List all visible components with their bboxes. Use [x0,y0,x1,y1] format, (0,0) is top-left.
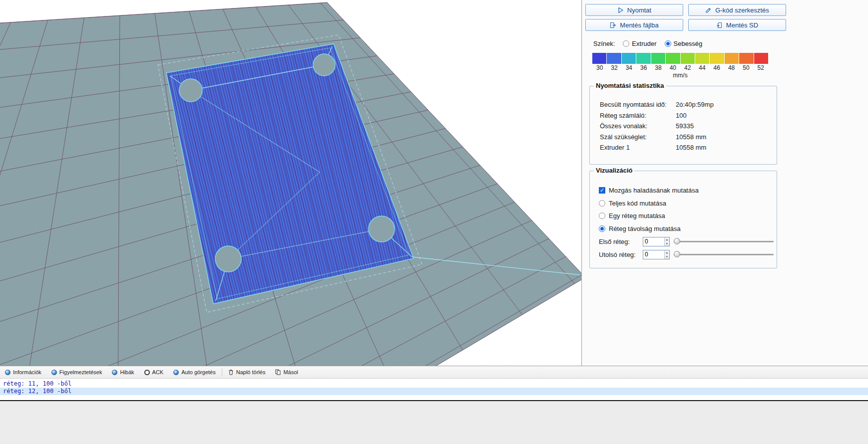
stat-label: Becsült nyomtatási idő: [600,101,676,108]
stat-label: Réteg számláló: [600,112,676,119]
last-layer-slider[interactable] [674,251,774,258]
led-icon [112,370,117,375]
log-section: InformációkFigyelmeztetésekHibákACKAuto … [0,366,868,444]
stat-value: 100 [676,112,687,119]
3d-viewport[interactable] [0,0,582,366]
scale-tick: 42 [680,64,695,71]
last-layer-spin-buttons: ▲▼ [664,250,669,259]
stat-value: 10558 mm [676,144,706,151]
led-icon [51,370,57,375]
speed-scale-ticks: 303234363840424446485052 [592,64,768,71]
visualization-group: Vizualizáció ✓Mozgás haladásának mutatás… [589,171,777,268]
viz-option-réteg-távolság-mutatása[interactable]: Réteg távolság mutatása [590,222,777,235]
log-toggle-label: Figyelmeztetések [59,369,102,375]
last-layer-input[interactable] [643,250,664,259]
stat-row: Réteg számláló:100 [590,110,777,121]
sd-card-icon [716,22,723,28]
log-toolbar-items: InformációkFigyelmeztetésekHibákACKAuto … [0,366,868,378]
first-layer-spin-buttons: ▲▼ [664,237,669,246]
first-layer-row: Első réteg: ▲▼ [590,235,777,248]
copy-icon [275,369,281,375]
scale-cell [666,53,680,64]
scale-cell [681,53,695,64]
export-file-icon [610,22,616,28]
scale-tick: 30 [592,64,607,71]
scale-tick: 46 [710,64,724,71]
viz-option-label: Teljes kód mutatása [609,200,666,207]
log-toggle-információk[interactable]: Információk [5,369,41,375]
viz-option-mozgás-haladásának-mutatása[interactable]: ✓Mozgás haladásának mutatása [590,184,777,197]
log-toggle-label: Hibák [120,369,134,375]
first-layer-slider[interactable] [674,238,774,245]
slider-thumb[interactable] [674,251,680,257]
last-layer-row: Utolsó réteg: ▲▼ [590,248,777,261]
log-toggle-label: Napló törlés [236,369,266,375]
log-line[interactable]: réteg: 12, 100 -ből [0,388,868,395]
stat-row: Becsült nyomtatási idő:2ó:40p:59mp [590,99,777,110]
print-statistics-title: Nyomtatási statisztika [594,82,666,89]
print-statistics-group: Nyomtatási statisztika Becsült nyomtatás… [589,86,777,165]
scale-cell [725,53,739,64]
scale-cell [607,53,621,64]
first-layer-input[interactable] [643,237,664,246]
save-to-file-button-label: Mentés fájlba [620,21,658,29]
viz-option-teljes-kód-mutatása[interactable]: Teljes kód mutatása [590,197,777,210]
scale-tick: 38 [651,64,665,71]
stat-value: 2ó:40p:59mp [676,101,714,108]
led-icon [5,370,10,375]
checkbox-icon: ✓ [599,187,605,194]
gcode-edit-button[interactable]: G-kód szerkesztés [688,4,786,16]
viz-option-egy-réteg-mutatása[interactable]: Egy réteg mutatása [590,210,777,222]
log-lines[interactable]: réteg: 11, 100 -bőlréteg: 12, 100 -ből [0,378,868,401]
log-toggle-napló-törlés[interactable]: Napló törlés [228,369,266,375]
scale-cell [592,53,606,64]
radio-icon [623,40,629,47]
log-toggle-label: Másol [283,369,298,375]
stat-label: Szál szükséglet: [600,133,676,141]
scale-tick: 50 [739,64,753,71]
spin-down-icon[interactable]: ▼ [665,254,669,259]
scale-tick: 40 [666,64,680,71]
scale-tick: 48 [724,64,739,71]
stat-value: 59335 [676,122,694,130]
last-layer-label: Utolsó réteg: [599,251,643,258]
print-button[interactable]: Nyomtat [585,4,683,16]
circle-icon [144,370,150,375]
log-toggle-másol[interactable]: Másol [275,369,298,375]
spin-down-icon[interactable]: ▼ [665,241,669,246]
slider-thumb[interactable] [674,238,680,244]
log-toggle-label: Információk [13,369,41,375]
color-mode-sebesség[interactable]: Sebesség [665,40,703,47]
stat-label: Extruder 1 [600,144,676,151]
color-mode-extruder[interactable]: Extruder [623,40,656,47]
visualization-title: Vizualizáció [594,167,634,174]
speed-color-scale: 303234363840424446485052 mm/s [592,53,768,79]
color-mode-options: ExtruderSebesség [623,40,702,47]
print-button-label: Nyomtat [627,6,651,14]
scale-cell [622,53,636,64]
radio-label: Extruder [632,40,656,47]
log-toggle-figyelmeztetések[interactable]: Figyelmeztetések [51,369,102,375]
scale-cell [710,53,724,64]
gcode-edit-button-label: G-kód szerkesztés [715,6,769,14]
log-toggle-ack[interactable]: ACK [144,369,164,375]
save-to-file-button[interactable]: Mentés fájlba [585,19,683,31]
speed-scale-unit: mm/s [592,72,768,79]
scale-tick: 44 [695,64,709,71]
pencil-icon [705,7,712,13]
spin-up-icon[interactable]: ▲ [665,250,669,255]
viz-option-label: Egy réteg mutatása [609,212,665,220]
led-icon [173,370,179,375]
radio-icon [665,40,671,47]
log-line[interactable]: réteg: 11, 100 -ből [0,380,868,388]
log-toggle-hibák[interactable]: Hibák [112,369,134,375]
print-preview-3d[interactable] [0,0,581,366]
save-to-sd-button[interactable]: Mentés SD [688,19,786,31]
spin-up-icon[interactable]: ▲ [665,237,669,242]
log-toggle-auto-görgetés[interactable]: Auto görgetés [173,369,216,375]
print-panel: Nyomtat G-kód szerkesztés Mentés fájlba … [582,0,868,366]
scale-cell [651,53,665,64]
last-layer-spinbox[interactable]: ▲▼ [643,250,670,259]
first-layer-spinbox[interactable]: ▲▼ [643,237,670,246]
stat-row: Összes vonalak:59335 [590,121,777,132]
